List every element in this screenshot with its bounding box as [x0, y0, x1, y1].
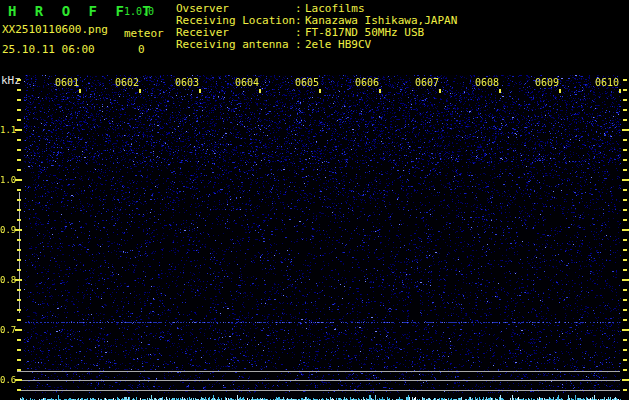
tick-mark	[17, 79, 21, 81]
tick-mark	[17, 159, 21, 161]
tick-mark	[17, 109, 21, 111]
tick-mark	[623, 209, 627, 211]
tick-mark	[17, 199, 21, 201]
reference-line	[17, 371, 620, 372]
freq-label: 0.7	[0, 325, 14, 335]
tick-mark	[17, 169, 21, 171]
freq-label: 0.6	[0, 375, 14, 385]
time-label: 0609	[532, 78, 559, 88]
tick-mark	[499, 89, 501, 93]
tick-mark	[623, 139, 627, 141]
tick-mark	[623, 169, 627, 171]
tick-mark	[623, 309, 627, 311]
station-info: Ovserver:Lacofilms Receiving Location:Ka…	[176, 3, 457, 51]
tick-mark	[139, 89, 141, 93]
time-label: 0604	[232, 78, 259, 88]
tick-mark	[17, 339, 21, 341]
tick-mark	[17, 319, 21, 321]
tick-mark	[623, 369, 627, 371]
tick-mark	[17, 89, 21, 91]
tick-mark	[17, 389, 21, 391]
tick-mark	[623, 339, 627, 341]
tick-mark	[17, 359, 21, 361]
tick-mark	[17, 119, 21, 121]
tick-mark	[15, 229, 22, 231]
reference-line	[17, 380, 620, 381]
time-label: 0603	[172, 78, 199, 88]
tick-mark	[259, 89, 261, 93]
time-label: 0610	[592, 78, 619, 88]
time-label: 0608	[472, 78, 499, 88]
tick-mark	[15, 379, 22, 381]
tick-mark	[623, 149, 627, 151]
info-row: Receiving antenna:2ele HB9CV	[176, 39, 457, 51]
tick-mark	[622, 379, 629, 381]
tick-mark	[17, 259, 21, 261]
tick-mark	[17, 349, 21, 351]
spectrogram-canvas	[20, 75, 621, 400]
tick-mark	[17, 239, 21, 241]
tick-mark	[623, 259, 627, 261]
info-value: 2ele HB9CV	[305, 39, 371, 51]
tick-mark	[623, 349, 627, 351]
tick-mark	[622, 229, 629, 231]
tick-mark	[623, 269, 627, 271]
tick-mark	[17, 149, 21, 151]
tick-mark	[15, 279, 22, 281]
tick-mark	[379, 89, 381, 93]
tick-mark	[15, 179, 22, 181]
tick-mark	[15, 329, 22, 331]
tick-mark	[17, 99, 21, 101]
tick-mark	[439, 89, 441, 93]
reference-line	[17, 390, 620, 391]
tick-mark	[17, 139, 21, 141]
echo-count: 0	[138, 43, 145, 56]
time-label: 0606	[352, 78, 379, 88]
tick-mark	[319, 89, 321, 93]
time-label: 0602	[112, 78, 139, 88]
tick-mark	[17, 369, 21, 371]
tick-mark	[17, 289, 21, 291]
tick-mark	[17, 189, 21, 191]
info-label: Receiving antenna	[176, 39, 295, 51]
app-version: 1.0.0	[124, 6, 154, 17]
tick-mark	[17, 249, 21, 251]
freq-label: 1.0	[0, 175, 14, 185]
time-label: 0605	[292, 78, 319, 88]
tick-mark	[559, 89, 561, 93]
time-label: 0601	[52, 78, 79, 88]
tick-mark	[17, 209, 21, 211]
info-separator: :	[295, 39, 305, 51]
datetime-label: 25.10.11 06:00	[2, 43, 95, 56]
tick-mark	[623, 219, 627, 221]
time-label: 0607	[412, 78, 439, 88]
tick-mark	[623, 159, 627, 161]
tick-mark	[199, 89, 201, 93]
tick-mark	[623, 289, 627, 291]
tick-mark	[623, 79, 627, 81]
tick-mark	[15, 129, 22, 131]
freq-label: 1.1	[0, 125, 14, 135]
tick-mark	[623, 359, 627, 361]
mode-label: meteor	[124, 27, 164, 40]
tick-mark	[17, 309, 21, 311]
tick-mark	[622, 179, 629, 181]
tick-mark	[622, 279, 629, 281]
tick-mark	[17, 219, 21, 221]
tick-mark	[623, 319, 627, 321]
tick-mark	[623, 249, 627, 251]
tick-mark	[623, 199, 627, 201]
freq-label: 0.8	[0, 275, 14, 285]
tick-mark	[79, 89, 81, 93]
freq-label: 0.9	[0, 225, 14, 235]
tick-mark	[623, 119, 627, 121]
tick-mark	[623, 89, 627, 91]
tick-mark	[622, 329, 629, 331]
tick-mark	[623, 389, 627, 391]
hrofft-window: H R O F F T 1.0.0 XX2510110600.png meteo…	[0, 0, 629, 400]
tick-mark	[623, 109, 627, 111]
tick-mark	[623, 99, 627, 101]
tick-mark	[17, 299, 21, 301]
output-filename: XX2510110600.png	[2, 23, 108, 36]
tick-mark	[17, 269, 21, 271]
